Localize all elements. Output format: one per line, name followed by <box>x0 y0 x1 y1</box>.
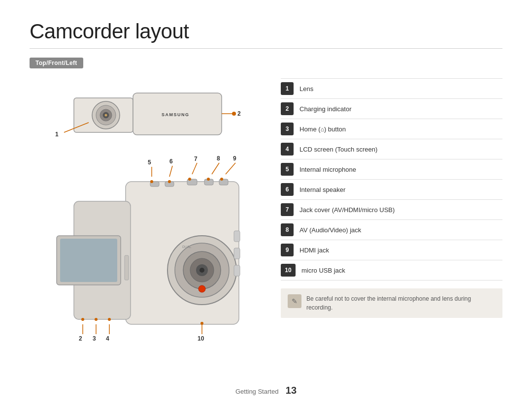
svg-rect-32 <box>125 255 129 280</box>
camcorder-diagram: SAMSUNG 1 2 <box>30 78 266 364</box>
label-text: Charging indicator <box>299 105 352 113</box>
svg-point-23 <box>199 285 205 292</box>
label-row: 8AV (Audio/Video) jack <box>281 220 502 240</box>
note-icon: ✎ <box>288 294 301 308</box>
svg-point-55 <box>108 318 111 321</box>
num-badge: 7 <box>281 203 294 216</box>
diagram-area: SAMSUNG 1 2 <box>30 78 266 364</box>
label-row: 6Internal speaker <box>281 180 502 200</box>
svg-text:2: 2 <box>79 335 82 342</box>
title-divider <box>30 48 502 49</box>
svg-rect-16 <box>60 239 117 282</box>
svg-point-49 <box>81 318 84 321</box>
num-badge: 4 <box>281 143 294 156</box>
label-text: LCD screen (Touch screen) <box>299 146 377 153</box>
page-title: Camcorder layout <box>30 20 502 43</box>
page-container: Camcorder layout Top/Front/Left SAMSUNG <box>0 0 532 406</box>
label-text: Lens <box>299 85 313 93</box>
label-row: 10micro USB jack <box>281 260 502 281</box>
svg-line-38 <box>169 166 172 177</box>
svg-text:5: 5 <box>148 159 151 166</box>
labels-area: 1Lens2Charging indicator3Home (⌂) button… <box>281 78 502 364</box>
svg-point-52 <box>95 318 98 321</box>
svg-point-11 <box>232 112 236 116</box>
num-badge: 1 <box>281 82 294 95</box>
svg-text:7: 7 <box>194 156 198 162</box>
note-box: ✎ Be careful not to cover the internal m… <box>281 288 502 318</box>
num-badge: 8 <box>281 223 294 236</box>
svg-line-47 <box>226 163 235 174</box>
footer: Getting Started 13 <box>0 385 532 396</box>
svg-point-34 <box>150 180 153 183</box>
section-badge: Top/Front/Left <box>30 58 83 68</box>
label-row: 9HDMI jack <box>281 240 502 260</box>
svg-text:8: 8 <box>217 155 220 162</box>
svg-text:1: 1 <box>55 131 59 138</box>
label-row: 5Internal microphone <box>281 159 502 180</box>
svg-rect-30 <box>234 248 240 259</box>
num-badge: 3 <box>281 123 294 135</box>
label-text: AV (Audio/Video) jack <box>299 226 361 234</box>
svg-text:3: 3 <box>93 335 96 342</box>
num-badge: 9 <box>281 244 294 256</box>
svg-text:10: 10 <box>198 335 204 342</box>
svg-line-41 <box>192 163 197 174</box>
label-row: 7Jack cover (AV/HDMI/micro USB) <box>281 200 502 220</box>
label-text: Internal microphone <box>299 166 356 173</box>
num-badge: 2 <box>281 102 294 115</box>
label-row: 1Lens <box>281 78 502 99</box>
num-badge: 5 <box>281 163 294 176</box>
label-text: HDMI jack <box>299 247 329 254</box>
svg-text:DUAL: DUAL <box>182 245 192 249</box>
label-row: 3Home (⌂) button <box>281 119 502 139</box>
label-text: micro USB jack <box>301 267 345 274</box>
svg-point-46 <box>220 178 223 181</box>
label-row: 4LCD screen (Touch screen) <box>281 139 502 159</box>
num-badge: 10 <box>281 264 296 277</box>
footer-text: Getting Started <box>235 388 278 395</box>
svg-line-44 <box>212 163 219 174</box>
content-area: SAMSUNG 1 2 <box>30 78 502 364</box>
label-text: Jack cover (AV/HDMI/micro USB) <box>299 206 395 214</box>
svg-point-43 <box>207 178 210 181</box>
label-text: Home (⌂) button <box>299 125 346 133</box>
label-row: 2Charging indicator <box>281 99 502 119</box>
svg-point-37 <box>168 180 171 183</box>
label-text: Internal speaker <box>299 186 345 193</box>
svg-text:2: 2 <box>237 110 241 117</box>
svg-text:4: 4 <box>106 335 109 342</box>
svg-rect-29 <box>234 231 240 242</box>
svg-point-22 <box>200 268 204 273</box>
footer-page: 13 <box>286 385 297 396</box>
svg-text:9: 9 <box>233 155 236 162</box>
svg-point-40 <box>188 178 191 181</box>
svg-rect-31 <box>234 265 240 276</box>
svg-point-7 <box>105 114 107 117</box>
note-text: Be careful not to cover the internal mic… <box>306 294 496 312</box>
svg-text:SAMSUNG: SAMSUNG <box>162 112 190 117</box>
svg-text:6: 6 <box>169 158 173 165</box>
num-badge: 6 <box>281 183 294 196</box>
